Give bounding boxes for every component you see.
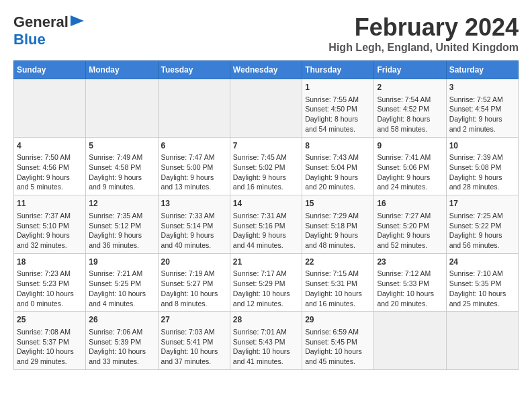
day-number: 14 bbox=[233, 198, 299, 210]
day-info: Daylight: 10 hours and 16 minutes. bbox=[305, 289, 371, 308]
calendar-cell: 29Sunrise: 6:59 AMSunset: 5:45 PMDayligh… bbox=[302, 312, 374, 370]
day-info: Sunrise: 7:12 AM bbox=[377, 269, 443, 279]
day-info: Daylight: 9 hours and 2 minutes. bbox=[449, 114, 515, 134]
day-number: 13 bbox=[161, 198, 227, 210]
logo: General Blue bbox=[13, 13, 84, 48]
day-info: Sunrise: 7:06 AM bbox=[89, 327, 154, 337]
day-info: Sunset: 5:29 PM bbox=[233, 279, 299, 289]
day-number: 28 bbox=[233, 314, 299, 326]
day-info: Sunset: 5:41 PM bbox=[161, 337, 227, 347]
day-info: Daylight: 10 hours and 8 minutes. bbox=[161, 289, 227, 308]
day-number: 2 bbox=[377, 82, 443, 93]
day-info: Sunrise: 7:10 AM bbox=[449, 269, 515, 279]
day-number: 18 bbox=[17, 257, 83, 268]
day-number: 16 bbox=[377, 198, 443, 210]
day-info: Sunrise: 7:19 AM bbox=[161, 269, 227, 279]
day-info: Daylight: 9 hours and 20 minutes. bbox=[305, 173, 371, 192]
day-info: Sunset: 4:58 PM bbox=[89, 163, 154, 173]
day-number: 6 bbox=[161, 140, 227, 152]
day-info: Sunset: 5:22 PM bbox=[449, 221, 515, 231]
day-info: Sunset: 5:18 PM bbox=[305, 221, 371, 231]
day-info: Daylight: 9 hours and 44 minutes. bbox=[233, 230, 299, 250]
day-info: Sunrise: 7:21 AM bbox=[89, 269, 154, 279]
day-info: Sunset: 5:39 PM bbox=[89, 337, 154, 347]
header-day-tuesday: Tuesday bbox=[158, 61, 230, 79]
calendar-week-row: 1Sunrise: 7:55 AMSunset: 4:50 PMDaylight… bbox=[14, 79, 519, 138]
day-info: Daylight: 9 hours and 32 minutes. bbox=[17, 230, 83, 250]
day-info: Sunset: 4:54 PM bbox=[449, 104, 515, 114]
day-info: Sunset: 5:12 PM bbox=[89, 221, 154, 231]
calendar-location: High Legh, England, United Kingdom bbox=[328, 42, 519, 54]
day-info: Sunrise: 7:39 AM bbox=[449, 152, 515, 163]
calendar-week-row: 25Sunrise: 7:08 AMSunset: 5:37 PMDayligh… bbox=[14, 312, 519, 370]
day-number: 12 bbox=[89, 198, 154, 210]
calendar-table: SundayMondayTuesdayWednesdayThursdayFrid… bbox=[13, 60, 519, 370]
logo-blue: Blue bbox=[13, 31, 46, 48]
calendar-cell: 27Sunrise: 7:03 AMSunset: 5:41 PMDayligh… bbox=[158, 312, 230, 370]
calendar-cell: 14Sunrise: 7:31 AMSunset: 5:16 PMDayligh… bbox=[230, 195, 302, 254]
day-info: Daylight: 9 hours and 48 minutes. bbox=[305, 230, 371, 250]
calendar-cell: 12Sunrise: 7:35 AMSunset: 5:12 PMDayligh… bbox=[86, 195, 158, 254]
day-info: Daylight: 9 hours and 13 minutes. bbox=[161, 173, 227, 192]
day-info: Sunset: 5:06 PM bbox=[377, 163, 443, 173]
day-info: Sunrise: 7:55 AM bbox=[305, 95, 371, 105]
day-number: 3 bbox=[449, 82, 515, 93]
day-info: Daylight: 9 hours and 36 minutes. bbox=[89, 230, 154, 250]
day-info: Sunrise: 7:45 AM bbox=[233, 152, 299, 163]
calendar-cell: 24Sunrise: 7:10 AMSunset: 5:35 PMDayligh… bbox=[446, 253, 518, 312]
day-number: 11 bbox=[17, 198, 83, 210]
day-number: 25 bbox=[17, 314, 83, 326]
day-info: Sunset: 5:23 PM bbox=[17, 279, 83, 289]
day-info: Daylight: 10 hours and 41 minutes. bbox=[233, 347, 299, 366]
calendar-cell: 13Sunrise: 7:33 AMSunset: 5:14 PMDayligh… bbox=[158, 195, 230, 254]
day-info: Sunset: 5:31 PM bbox=[305, 279, 371, 289]
day-info: Sunset: 5:10 PM bbox=[17, 221, 83, 231]
calendar-cell: 9Sunrise: 7:41 AMSunset: 5:06 PMDaylight… bbox=[374, 137, 446, 195]
calendar-cell: 5Sunrise: 7:49 AMSunset: 4:58 PMDaylight… bbox=[86, 137, 158, 195]
calendar-title: February 2024 bbox=[328, 13, 519, 42]
day-number: 24 bbox=[449, 257, 515, 268]
day-info: Sunrise: 7:37 AM bbox=[17, 211, 83, 221]
day-number: 1 bbox=[305, 82, 371, 93]
day-info: Sunset: 5:43 PM bbox=[233, 337, 299, 347]
day-number: 20 bbox=[161, 257, 227, 268]
day-info: Daylight: 10 hours and 12 minutes. bbox=[233, 289, 299, 308]
day-number: 23 bbox=[377, 257, 443, 268]
day-info: Sunset: 5:04 PM bbox=[305, 163, 371, 173]
calendar-cell: 8Sunrise: 7:43 AMSunset: 5:04 PMDaylight… bbox=[302, 137, 374, 195]
day-number: 9 bbox=[377, 140, 443, 152]
day-number: 8 bbox=[305, 140, 371, 152]
day-info: Sunrise: 7:25 AM bbox=[449, 211, 515, 221]
day-info: Daylight: 10 hours and 0 minutes. bbox=[17, 289, 83, 308]
calendar-cell bbox=[14, 79, 86, 138]
day-info: Sunset: 5:25 PM bbox=[89, 279, 154, 289]
header-day-monday: Monday bbox=[86, 61, 158, 79]
day-info: Sunset: 5:08 PM bbox=[449, 163, 515, 173]
day-info: Sunrise: 7:01 AM bbox=[233, 327, 299, 337]
day-info: Sunrise: 7:49 AM bbox=[89, 152, 154, 163]
svg-marker-0 bbox=[71, 15, 84, 26]
day-info: Sunrise: 7:33 AM bbox=[161, 211, 227, 221]
calendar-cell: 25Sunrise: 7:08 AMSunset: 5:37 PMDayligh… bbox=[14, 312, 86, 370]
day-info: Sunrise: 7:29 AM bbox=[305, 211, 371, 221]
calendar-cell: 1Sunrise: 7:55 AMSunset: 4:50 PMDaylight… bbox=[302, 79, 374, 138]
header-day-friday: Friday bbox=[374, 61, 446, 79]
header-day-sunday: Sunday bbox=[14, 61, 86, 79]
day-info: Sunset: 5:37 PM bbox=[17, 337, 83, 347]
calendar-header-row: SundayMondayTuesdayWednesdayThursdayFrid… bbox=[14, 61, 519, 79]
calendar-cell: 11Sunrise: 7:37 AMSunset: 5:10 PMDayligh… bbox=[14, 195, 86, 254]
day-info: Daylight: 10 hours and 45 minutes. bbox=[305, 347, 371, 366]
day-info: Sunrise: 7:54 AM bbox=[377, 95, 443, 105]
day-info: Daylight: 8 hours and 54 minutes. bbox=[305, 114, 371, 134]
day-number: 5 bbox=[89, 140, 154, 152]
title-block: February 2024 High Legh, England, United… bbox=[328, 13, 519, 54]
day-info: Sunrise: 7:41 AM bbox=[377, 152, 443, 163]
day-info: Sunset: 4:50 PM bbox=[305, 104, 371, 114]
day-info: Daylight: 10 hours and 25 minutes. bbox=[449, 289, 515, 308]
calendar-cell: 3Sunrise: 7:52 AMSunset: 4:54 PMDaylight… bbox=[446, 79, 518, 138]
day-number: 7 bbox=[233, 140, 299, 152]
day-number: 15 bbox=[305, 198, 371, 210]
day-info: Sunrise: 7:43 AM bbox=[305, 152, 371, 163]
calendar-cell: 7Sunrise: 7:45 AMSunset: 5:02 PMDaylight… bbox=[230, 137, 302, 195]
calendar-week-row: 11Sunrise: 7:37 AMSunset: 5:10 PMDayligh… bbox=[14, 195, 519, 254]
